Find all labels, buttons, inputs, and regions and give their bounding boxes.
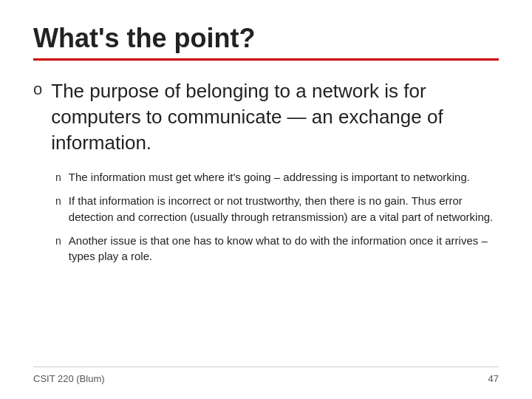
footer-page-number: 47 (488, 373, 499, 384)
main-bullet-text: The purpose of belonging to a network is… (51, 78, 499, 156)
footer-left-text: CSIT 220 (Blum) (33, 373, 105, 384)
slide: What's the point? o The purpose of belon… (0, 0, 532, 399)
slide-footer: CSIT 220 (Blum) 47 (33, 366, 499, 384)
list-item: n The information must get where it's go… (55, 169, 499, 185)
sub-bullet-marker-2: n (55, 195, 61, 207)
slide-title: What's the point? (33, 22, 499, 54)
main-bullet-marker: o (33, 80, 42, 99)
sub-bullet-text-3: Another issue is that one has to know wh… (69, 233, 499, 265)
list-item: n Another issue is that one has to know … (55, 233, 499, 265)
sub-bullet-marker-1: n (55, 171, 61, 183)
main-bullet: o The purpose of belonging to a network … (33, 78, 499, 156)
title-section: What's the point? (33, 22, 499, 72)
sub-bullet-text-2: If that information is incorrect or not … (69, 193, 499, 225)
sub-bullet-marker-3: n (55, 235, 61, 247)
list-item: n If that information is incorrect or no… (55, 193, 499, 225)
sub-bullet-text-1: The information must get where it's goin… (69, 169, 470, 185)
sub-bullets-container: n The information must get where it's go… (55, 169, 499, 366)
title-underline (33, 58, 499, 61)
